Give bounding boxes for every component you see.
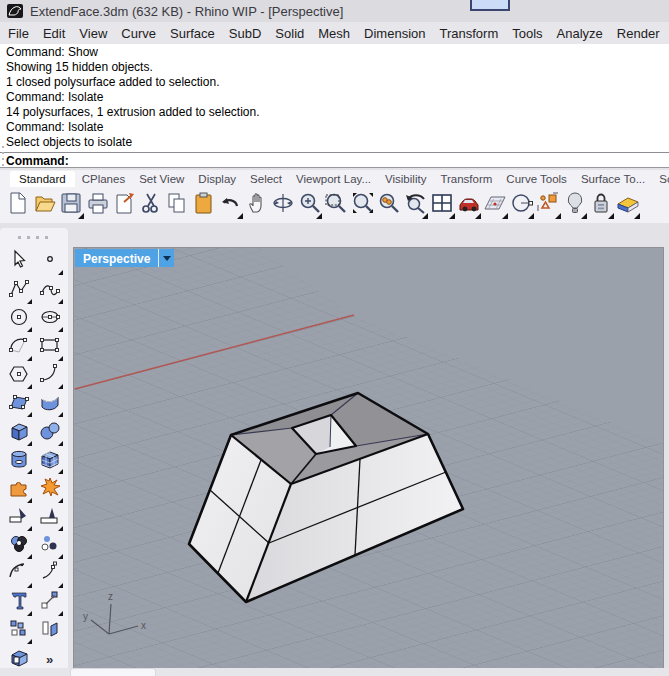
- named-view-button[interactable]: [456, 190, 483, 221]
- cut-button[interactable]: [138, 190, 165, 221]
- rhino-app-icon[interactable]: [7, 4, 23, 18]
- save-button[interactable]: [58, 190, 85, 221]
- surface-patch-button[interactable]: [34, 390, 65, 418]
- command-history-panel[interactable]: Command: ShowShowing 15 hidden objects.1…: [0, 44, 669, 168]
- viewport-menu-button[interactable]: [158, 249, 174, 267]
- control-point-curve-button[interactable]: [34, 276, 65, 304]
- flyout-indicator-icon: [634, 213, 640, 219]
- viewport-title-tab[interactable]: Perspective: [75, 249, 174, 267]
- ellipse-button[interactable]: [34, 305, 65, 333]
- menu-analyze[interactable]: Analyze: [550, 24, 610, 43]
- flyout-indicator-icon: [58, 526, 63, 531]
- new-file-button[interactable]: [5, 190, 32, 221]
- command-history-line: Command: Isolate: [0, 120, 669, 135]
- zoom-window-icon: [324, 191, 348, 219]
- toolbar-tab-set-view[interactable]: Set View: [132, 171, 191, 187]
- flyout-indicator-icon: [422, 213, 428, 219]
- tool-sidebar: »: [0, 228, 68, 676]
- pan-button[interactable]: [244, 190, 271, 221]
- sidebar-grip[interactable]: [18, 236, 51, 239]
- viewport-layout-button[interactable]: [429, 190, 456, 221]
- toolbar-tab-viewport-lay[interactable]: Viewport Lay...: [289, 171, 378, 187]
- toolbar-tab-visibility[interactable]: Visibility: [378, 171, 433, 187]
- split-button[interactable]: [34, 504, 65, 532]
- point-cloud-button[interactable]: [34, 532, 65, 560]
- sphere-button[interactable]: [34, 418, 65, 446]
- paste-button[interactable]: [191, 190, 218, 221]
- rotate-view-button[interactable]: [270, 190, 297, 221]
- block-insert-button[interactable]: [3, 617, 34, 645]
- toolbar-tab-row: StandardCPlanesSet ViewDisplaySelectView…: [0, 170, 669, 187]
- menu-transform[interactable]: Transform: [432, 24, 505, 43]
- mesh-box-button[interactable]: [34, 447, 65, 475]
- arc-button[interactable]: [3, 333, 34, 361]
- extend-curve-button[interactable]: [34, 560, 65, 588]
- toolbar-tab-display[interactable]: Display: [191, 171, 243, 187]
- toolbar-tab-curve-tools[interactable]: Curve Tools: [499, 171, 574, 187]
- polyline-button[interactable]: [3, 276, 34, 304]
- viewport-tab-perspective[interactable]: [70, 668, 156, 676]
- lock-button[interactable]: [588, 190, 615, 221]
- circle-tool-button[interactable]: [509, 190, 536, 221]
- menu-render[interactable]: Render: [610, 24, 667, 43]
- visibility-bulb-button[interactable]: [562, 190, 589, 221]
- open-file-button[interactable]: [32, 190, 59, 221]
- chevron-down-icon: [163, 256, 171, 261]
- circle-button[interactable]: [3, 305, 34, 333]
- menu-view[interactable]: View: [72, 24, 114, 43]
- menu-subd[interactable]: SubD: [222, 24, 269, 43]
- explode-button[interactable]: [34, 475, 65, 503]
- menu-curve[interactable]: Curve: [114, 24, 163, 43]
- flyout-indicator-icon: [555, 213, 561, 219]
- swap-hide-button[interactable]: [34, 617, 65, 645]
- toolbar-tab-select[interactable]: Select: [243, 171, 289, 187]
- axis-label-x: x: [141, 620, 146, 631]
- title-bar: ExtendFace.3dm (632 KB) - Rhino WIP - [P…: [0, 0, 669, 22]
- toolbar-tab-solid-t[interactable]: Solid T: [652, 171, 669, 187]
- trim-button[interactable]: [3, 504, 34, 532]
- select-pointer-button[interactable]: [3, 248, 34, 276]
- toolbar-tab-transform[interactable]: Transform: [433, 171, 499, 187]
- selection-filter-button[interactable]: [535, 190, 562, 221]
- leader-button[interactable]: [34, 589, 65, 617]
- toolbar-tab-standard[interactable]: Standard: [10, 171, 75, 187]
- command-prompt[interactable]: Command:: [0, 152, 669, 169]
- zoom-selected-button[interactable]: [376, 190, 403, 221]
- layer-button[interactable]: [615, 190, 642, 221]
- fillet-curve-button[interactable]: [3, 560, 34, 588]
- point-button[interactable]: [34, 248, 65, 276]
- menu-dimension[interactable]: Dimension: [357, 24, 432, 43]
- copy-button[interactable]: [164, 190, 191, 221]
- surface-3pt-button[interactable]: [3, 390, 34, 418]
- zoom-undo-button[interactable]: [403, 190, 430, 221]
- viewport-canvas[interactable]: z x y: [74, 248, 663, 668]
- box-button[interactable]: [3, 418, 34, 446]
- polygon-button[interactable]: [3, 362, 34, 390]
- menu-solid[interactable]: Solid: [268, 24, 311, 43]
- undo-button[interactable]: [217, 190, 244, 221]
- print-button[interactable]: [85, 190, 112, 221]
- toolbar-tab-surface-to[interactable]: Surface To...: [574, 171, 652, 187]
- cplane-button[interactable]: [482, 190, 509, 221]
- edit-page-button[interactable]: [111, 190, 138, 221]
- cut-icon: [139, 191, 163, 219]
- menu-surface[interactable]: Surface: [163, 24, 222, 43]
- cylinder-button[interactable]: [3, 447, 34, 475]
- menu-tools[interactable]: Tools: [505, 24, 549, 43]
- select-pointer-icon: [8, 249, 30, 275]
- zoom-window-button[interactable]: [323, 190, 350, 221]
- menu-file[interactable]: File: [1, 24, 36, 43]
- toolbar-tab-cplanes[interactable]: CPlanes: [75, 171, 132, 187]
- viewport-title[interactable]: Perspective: [75, 249, 158, 267]
- text-button[interactable]: [3, 589, 34, 617]
- zoom-extents-button[interactable]: [350, 190, 377, 221]
- boolean-button[interactable]: [3, 532, 34, 560]
- rectangle-button[interactable]: [34, 333, 65, 361]
- perspective-viewport[interactable]: z x y Perspective: [73, 247, 664, 669]
- zoom-dynamic-button[interactable]: [297, 190, 324, 221]
- command-panel-grip[interactable]: [2, 146, 4, 166]
- menu-edit[interactable]: Edit: [36, 24, 72, 43]
- conic-curve-button[interactable]: [34, 362, 65, 390]
- menu-mesh[interactable]: Mesh: [311, 24, 357, 43]
- join-puzzle-button[interactable]: [3, 475, 34, 503]
